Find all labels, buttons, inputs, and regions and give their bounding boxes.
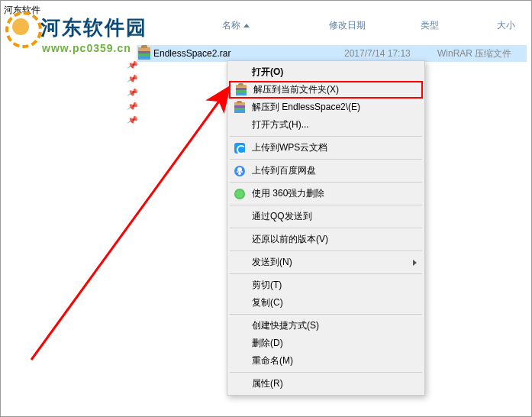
column-header-type[interactable]: 类型 [421, 19, 497, 32]
rar-file-icon [138, 47, 150, 60]
blank-icon [232, 355, 247, 367]
menu-rename[interactable]: 重命名(M) [229, 352, 423, 370]
menu-open[interactable]: 打开(O) [229, 63, 423, 81]
blank-icon [232, 297, 247, 309]
baidu-icon [232, 165, 247, 177]
quick-access-pins: 📌 📌 📌 📌 📌 [127, 60, 137, 124]
blank-icon [232, 211, 247, 223]
menu-copy[interactable]: 复制(C) [229, 294, 423, 312]
blank-icon [232, 119, 247, 131]
logo-text: 河东软件园 [40, 15, 147, 41]
menu-360-delete[interactable]: 使用 360强力删除 [229, 185, 423, 202]
blank-icon [232, 320, 247, 332]
menu-separator [230, 205, 422, 205]
sort-asc-icon [243, 24, 250, 27]
blank-icon [232, 257, 247, 269]
chevron-right-icon [413, 260, 417, 266]
menu-separator [230, 372, 422, 373]
column-header-date[interactable]: 修改日期 [329, 19, 421, 32]
blank-icon [232, 338, 247, 350]
menu-separator [230, 182, 422, 183]
pin-icon: 📌 [127, 101, 138, 112]
pin-icon: 📌 [127, 115, 138, 126]
pin-icon: 📌 [127, 60, 138, 71]
rar-icon [232, 102, 247, 114]
menu-delete[interactable]: 删除(D) [229, 335, 423, 352]
column-header-row: 名称 修改日期 类型 大小 [222, 13, 527, 37]
svg-line-0 [31, 89, 228, 360]
file-row[interactable]: EndlessSpace2.rar 2017/7/14 17:13 WinRAR… [137, 45, 527, 62]
menu-restore-versions[interactable]: 还原以前的版本(V) [229, 231, 423, 248]
menu-separator [230, 159, 422, 160]
menu-open-with[interactable]: 打开方式(H)... [229, 116, 423, 134]
rar-icon [234, 84, 249, 96]
shield-360-icon [232, 188, 247, 200]
menu-create-shortcut[interactable]: 创建快捷方式(S) [229, 317, 423, 335]
menu-separator [230, 251, 422, 251]
column-header-size[interactable]: 大小 [497, 19, 527, 32]
menu-separator [230, 228, 422, 228]
menu-separator [230, 273, 422, 274]
menu-properties[interactable]: 属性(R) [229, 375, 423, 393]
menu-separator [230, 136, 422, 137]
logo-url: www.pc0359.cn [42, 42, 147, 54]
menu-wps-cloud[interactable]: 上传到WPS云文档 [229, 139, 423, 157]
menu-qq-send[interactable]: 通过QQ发送到 [229, 208, 423, 225]
menu-baidu-pan[interactable]: 上传到百度网盘 [229, 162, 423, 179]
menu-extract-here[interactable]: 解压到当前文件夹(X) [229, 81, 423, 99]
menu-cut[interactable]: 剪切(T) [229, 276, 423, 294]
menu-extract-to-folder[interactable]: 解压到 EndlessSpace2\(E) [229, 99, 423, 116]
wps-cloud-icon [232, 142, 247, 154]
blank-icon [232, 280, 247, 292]
menu-separator [230, 314, 422, 315]
context-menu: 打开(O) 解压到当前文件夹(X) 解压到 EndlessSpace2\(E) … [227, 60, 425, 396]
blank-icon [232, 378, 247, 390]
column-header-name[interactable]: 名称 [222, 19, 329, 32]
blank-icon [232, 234, 247, 246]
blank-icon [232, 66, 247, 79]
file-name: EndlessSpace2.rar [153, 48, 344, 59]
logo-icon [5, 11, 37, 44]
pin-icon: 📌 [127, 73, 138, 85]
pin-icon: 📌 [127, 87, 138, 99]
menu-send-to[interactable]: 发送到(N) [229, 254, 423, 271]
file-date: 2017/7/14 17:13 [344, 48, 437, 59]
watermark-logo: 河东软件园 www.pc0359.cn [5, 11, 147, 54]
file-type: WinRAR 压缩文件 [437, 47, 527, 60]
